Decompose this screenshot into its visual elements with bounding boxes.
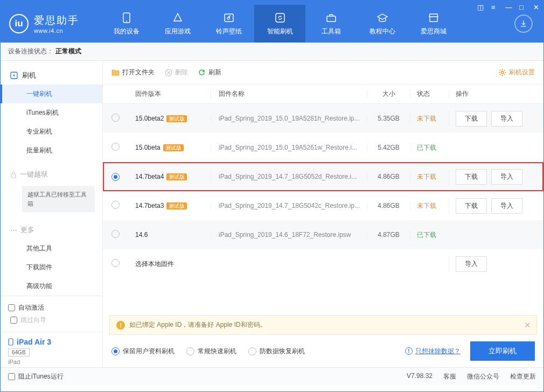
sidebar-item-batch[interactable]: 批量刷机 bbox=[1, 141, 102, 160]
firmware-name: iPad_Spring_2019_14.6_18F72_Restore.ipsw bbox=[211, 231, 367, 239]
menu-icon[interactable]: ≡ bbox=[491, 4, 498, 11]
firmware-status: 未下载 bbox=[410, 172, 449, 181]
sidebar-item-oneclick[interactable]: 一键刷机 bbox=[1, 85, 102, 103]
block-itunes-checkbox[interactable]: 阻止iTunes运行 bbox=[8, 372, 64, 381]
delete-button[interactable]: 删除 bbox=[164, 68, 188, 77]
refresh-button[interactable]: 刷新 bbox=[198, 68, 221, 77]
nav-my-device[interactable]: 我的设备 bbox=[101, 5, 152, 43]
service-link[interactable]: 客服 bbox=[443, 372, 456, 381]
firmware-row[interactable]: 15.0beta测试版 iPad_Spring_2019_15.0_19A526… bbox=[103, 133, 543, 162]
apps-icon bbox=[172, 12, 183, 24]
row-radio[interactable] bbox=[111, 259, 120, 267]
svg-point-1 bbox=[126, 20, 127, 22]
local-firmware-row[interactable]: 选择本地固件 导入 bbox=[103, 249, 543, 278]
sidebar-item-pro[interactable]: 专业刷机 bbox=[1, 122, 102, 141]
firmware-name: iPad_Spring_2019_14.7_18G5052d_Restore.i… bbox=[211, 173, 367, 180]
sidebar-item-itunes[interactable]: iTunes刷机 bbox=[1, 103, 102, 122]
svg-rect-4 bbox=[327, 16, 336, 22]
gear-icon bbox=[498, 68, 506, 76]
toolbox-icon bbox=[326, 12, 337, 24]
shirt-icon[interactable]: ◫ bbox=[477, 4, 484, 11]
info-icon: ! bbox=[405, 347, 413, 355]
firmware-row[interactable]: 14.7beta4测试版 iPad_Spring_2019_14.7_18G50… bbox=[103, 162, 543, 191]
nav-toolbox[interactable]: 工具箱 bbox=[305, 5, 357, 43]
footer: 阻止iTunes运行 V7.98.32 客服 微信公众号 检查更新 bbox=[1, 367, 543, 386]
close-icon[interactable]: ✕ bbox=[533, 4, 540, 11]
firmware-name: iPad_Spring_2019_14.7_18G5042c_Restore.i… bbox=[211, 202, 367, 209]
download-button[interactable]: 下载 bbox=[456, 169, 487, 185]
update-link[interactable]: 检查更新 bbox=[510, 372, 536, 381]
device-name[interactable]: iPad Air 3 bbox=[8, 338, 95, 346]
firmware-status: 未下载 bbox=[410, 114, 449, 123]
logo-icon: iu bbox=[9, 14, 29, 33]
col-version: 固件版本 bbox=[135, 89, 211, 99]
logo: iu 爱思助手 www.i4.cn bbox=[9, 13, 79, 34]
svg-rect-7 bbox=[9, 339, 13, 345]
firmware-size: 5.35GB bbox=[367, 115, 410, 122]
music-icon bbox=[224, 12, 234, 24]
beta-badge: 测试版 bbox=[163, 144, 184, 151]
wechat-link[interactable]: 微信公众号 bbox=[467, 372, 499, 381]
firmware-version: 15.0beta2 bbox=[135, 115, 164, 122]
device-type: iPad bbox=[8, 359, 95, 365]
download-circle-icon[interactable] bbox=[514, 15, 533, 33]
download-button[interactable]: 下载 bbox=[456, 198, 487, 214]
jailbreak-notice: 越狱工具已转移至工具箱 bbox=[22, 186, 95, 212]
version-label: V7.98.32 bbox=[407, 372, 433, 381]
nav-tutorials[interactable]: 教程中心 bbox=[357, 5, 408, 43]
col-ops: 操作 bbox=[449, 89, 535, 99]
delete-icon bbox=[164, 68, 172, 76]
option-keep-data[interactable]: 保留用户资料刷机 bbox=[111, 347, 175, 356]
firmware-status: 已下载 bbox=[410, 230, 449, 240]
sidebar-head-flash[interactable]: 刷机 bbox=[1, 66, 102, 85]
row-radio[interactable] bbox=[111, 201, 120, 209]
firmware-row[interactable]: 14.7beta3测试版 iPad_Spring_2019_14.7_18G50… bbox=[103, 191, 543, 220]
nav-ringtones[interactable]: 铃声壁纸 bbox=[203, 5, 254, 43]
auto-activate-checkbox[interactable]: 自动激活 bbox=[8, 303, 95, 312]
beta-badge: 测试版 bbox=[166, 173, 187, 180]
warning-close-icon[interactable]: ✕ bbox=[524, 320, 531, 330]
row-radio[interactable] bbox=[111, 230, 120, 238]
firmware-version: 14.7beta4 bbox=[135, 173, 164, 180]
flash-options: 保留用户资料刷机 常规快速刷机 防数据恢复刷机 ! 只想抹除数据？ 立即刷机 bbox=[103, 335, 543, 367]
option-fast[interactable]: 常规快速刷机 bbox=[186, 347, 236, 356]
firmware-name: iPad_Spring_2019_15.0_19A5281h_Restore.i… bbox=[211, 115, 367, 122]
open-folder-button[interactable]: 打开文件夹 bbox=[111, 68, 155, 77]
brand-name: 爱思助手 bbox=[34, 13, 79, 27]
flash-settings-button[interactable]: 刷机设置 bbox=[498, 68, 535, 77]
import-button[interactable]: 导入 bbox=[491, 111, 522, 127]
nav-flash[interactable]: 智能刷机 bbox=[254, 5, 305, 43]
firmware-size: 5.42GB bbox=[367, 144, 410, 151]
download-button[interactable]: 下载 bbox=[456, 111, 487, 127]
svg-rect-3 bbox=[276, 13, 284, 22]
store-icon bbox=[428, 12, 439, 24]
flash-now-button[interactable]: 立即刷机 bbox=[470, 341, 535, 361]
nav-apps[interactable]: 应用游戏 bbox=[152, 5, 203, 43]
minimize-icon[interactable]: — bbox=[505, 4, 512, 11]
firmware-version: 14.6 bbox=[135, 231, 148, 239]
nav-store[interactable]: 爱思商城 bbox=[408, 5, 459, 43]
sidebar-item-download[interactable]: 下载固件 bbox=[1, 258, 102, 277]
row-radio[interactable] bbox=[111, 143, 120, 151]
col-status: 状态 bbox=[410, 89, 449, 99]
sidebar-item-advanced[interactable]: 高级功能 bbox=[1, 277, 102, 296]
local-firmware-label: 选择本地固件 bbox=[135, 260, 367, 269]
maximize-icon[interactable]: □ bbox=[519, 4, 526, 11]
firmware-row[interactable]: 14.6 iPad_Spring_2019_14.6_18F72_Restore… bbox=[103, 220, 543, 249]
option-recover[interactable]: 防数据恢复刷机 bbox=[248, 347, 305, 356]
erase-link[interactable]: ! 只想抹除数据？ bbox=[405, 347, 461, 356]
skip-guide-checkbox[interactable]: 跳过向导 bbox=[10, 316, 46, 325]
firmware-size: 4.86GB bbox=[367, 173, 410, 180]
sidebar: 刷机 一键刷机 iTunes刷机 专业刷机 批量刷机 一键越狱 越狱工具已转移至… bbox=[1, 61, 103, 367]
firmware-row[interactable]: 15.0beta2测试版 iPad_Spring_2019_15.0_19A52… bbox=[103, 104, 543, 133]
row-radio[interactable] bbox=[111, 173, 120, 181]
import-button[interactable]: 导入 bbox=[491, 198, 522, 214]
more-icon: ⋯ bbox=[10, 226, 17, 234]
import-button[interactable]: 导入 bbox=[456, 256, 487, 272]
table-header: 固件版本 固件名称 大小 状态 操作 bbox=[103, 85, 543, 104]
sidebar-item-tools[interactable]: 其他工具 bbox=[1, 239, 102, 258]
sidebar-head-jailbreak: 一键越狱 bbox=[1, 165, 102, 184]
sidebar-head-more[interactable]: ⋯ 更多 bbox=[1, 221, 102, 239]
row-radio[interactable] bbox=[111, 114, 120, 122]
import-button[interactable]: 导入 bbox=[491, 169, 522, 185]
